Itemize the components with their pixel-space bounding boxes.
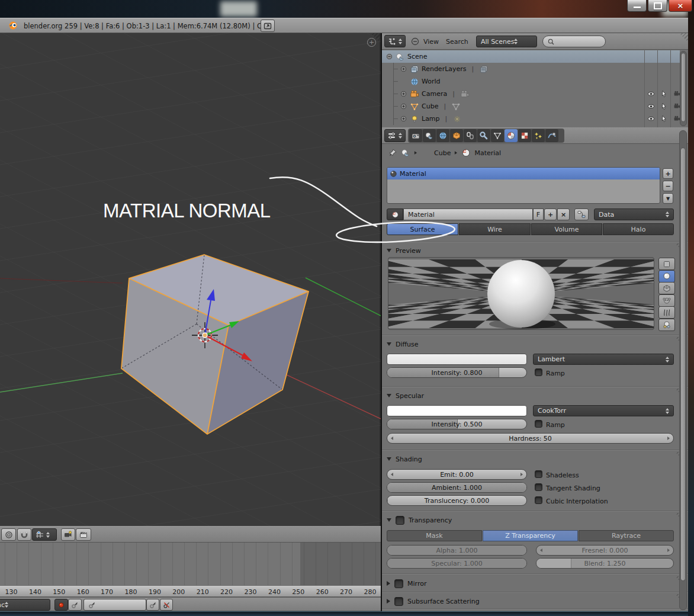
keying-set-field[interactable] [83,599,146,611]
region-expand-icon[interactable]: + [367,38,376,47]
new-material-button[interactable]: + [544,208,557,220]
outliner-row-scene[interactable]: Scene [382,50,680,63]
decrement-arrow-icon[interactable] [540,548,542,552]
properties-tab-world[interactable] [436,129,449,142]
view-menu[interactable]: View [423,38,439,46]
outliner-item-label[interactable]: RenderLayers [422,65,467,73]
scrollbar-thumb[interactable] [681,53,686,122]
expand-icon[interactable] [400,90,407,98]
wire-type-button[interactable]: Wire [459,223,531,235]
material-sphere-icon[interactable] [461,148,471,158]
outliner-item-label[interactable]: Scene [407,53,428,60]
outliner-search-input[interactable] [542,36,606,47]
material-slot-item[interactable]: Material [387,168,660,179]
maximize-button[interactable] [648,0,667,12]
specular-color-swatch[interactable] [387,405,527,416]
decrement-arrow-icon[interactable] [391,437,393,440]
breadcrumb-object[interactable]: Cube [434,149,451,157]
remove-slot-button[interactable]: − [663,181,673,191]
fresnel-field[interactable]: Fresnel: 0.000 [536,545,674,556]
timeline-canvas[interactable] [0,543,381,585]
preview-section-header[interactable]: Preview [387,245,421,256]
properties-tab-object[interactable] [450,129,463,142]
transparency-section-header[interactable]: Transparency [387,514,452,526]
specular-shader-dropdown[interactable]: CookTorr [533,405,674,416]
mask-mode-button[interactable]: Mask [387,530,482,541]
mirror-checkbox[interactable] [394,579,403,588]
shadeless-checkbox[interactable] [535,470,542,478]
scene-filter-dropdown[interactable]: All Scenes [476,36,537,47]
node-editor-button[interactable] [574,208,589,220]
diffuse-intensity-slider[interactable]: Intensity: 0.800 [387,367,527,378]
raytrace-mode-button[interactable]: Raytrace [579,530,674,541]
diffuse-shader-dropdown[interactable]: Lambert [533,354,674,365]
cubic-interpolation-checkbox[interactable] [535,496,542,504]
outliner-row-camera[interactable]: Camera| [382,88,680,100]
shading-section-header[interactable]: Shading [387,453,422,465]
preview-type-hair[interactable] [658,306,675,319]
properties-scrollbar[interactable] [679,130,687,610]
snap-mode-dropdown[interactable] [32,528,57,541]
outliner-row-renderlayers[interactable]: RenderLayers| [382,63,680,75]
viewport-3d[interactable]: MATRIAL NORMAL + [0,33,381,526]
specular-intensity-slider[interactable]: Intensity: 0.500 [387,419,527,429]
outliner-item-label[interactable]: World [422,78,441,85]
unlink-material-button[interactable]: × [557,208,570,220]
pointer-icon[interactable] [660,115,668,123]
breadcrumb-material[interactable]: Material [474,149,501,157]
properties-tab-material[interactable] [505,129,518,142]
pin-icon[interactable] [388,148,397,158]
outliner-item-label[interactable]: Camera [422,90,447,98]
fake-user-button[interactable]: F [533,208,544,220]
insert-keyframe-button[interactable] [146,599,159,611]
specular-ramp-checkbox[interactable] [535,420,542,428]
screen-return-button[interactable] [261,20,275,32]
surface-type-button[interactable]: Surface [387,223,458,235]
preview-type-plane[interactable] [658,258,675,270]
transparency-specular-slider[interactable]: Specular: 1.000 [387,558,527,569]
eye-icon[interactable] [647,90,655,98]
pointer-icon[interactable] [660,102,668,110]
material-preview-toggle[interactable] [387,208,403,220]
outliner-row-lamp[interactable]: Lamp| [382,113,680,125]
editor-type-button[interactable] [384,129,406,142]
slot-menu-button[interactable]: ▼ [663,193,673,204]
specular-section-header[interactable]: Specular [387,390,424,402]
increment-arrow-icon[interactable] [520,473,523,476]
opengl-render-button[interactable] [61,528,75,541]
scene-mini-icon[interactable] [401,148,410,158]
sync-mode-dropdown[interactable]: nc [0,599,50,611]
opengl-anim-button[interactable] [76,528,91,541]
properties-tab-texture[interactable] [518,129,531,142]
expand-icon[interactable] [400,115,407,123]
collapse-menus-icon[interactable] [410,37,420,46]
collapse-icon[interactable] [385,53,393,60]
add-slot-button[interactable]: + [663,168,673,179]
transparency-checkbox[interactable] [396,516,404,525]
editor-type-button[interactable] [384,35,406,47]
preview-type-monkey[interactable] [658,294,675,307]
delete-keyframe-button[interactable] [160,599,173,611]
material-name-field[interactable]: Material [403,208,533,220]
alpha-slider[interactable]: Alpha: 1.000 [387,545,527,556]
increment-arrow-icon[interactable] [667,437,670,440]
record-button[interactable] [54,599,68,611]
scrollbar-thumb[interactable] [680,147,686,581]
search-menu[interactable]: Search [446,38,468,46]
translucency-slider[interactable]: Translucency: 0.000 [387,495,527,506]
outliner-scrollbar[interactable] [680,51,687,126]
sss-checkbox[interactable] [394,597,403,606]
properties-tab-scene[interactable] [423,129,436,142]
properties-tab-render[interactable] [409,129,422,142]
halo-type-button[interactable]: Halo [603,223,674,235]
close-button[interactable]: × [669,0,692,12]
properties-tab-particles[interactable] [532,129,545,142]
mirror-section-header[interactable]: Mirror [387,578,426,589]
outliner-row-cube[interactable]: Cube| [382,100,680,113]
decrement-arrow-icon[interactable] [391,473,393,476]
material-slot-list[interactable]: Material [387,167,660,204]
properties-tab-modifiers[interactable] [477,129,490,142]
outliner-item-label[interactable]: Lamp [422,115,440,123]
ztransparency-mode-button[interactable]: Z Transparency [483,530,578,541]
eye-icon[interactable] [647,115,655,123]
